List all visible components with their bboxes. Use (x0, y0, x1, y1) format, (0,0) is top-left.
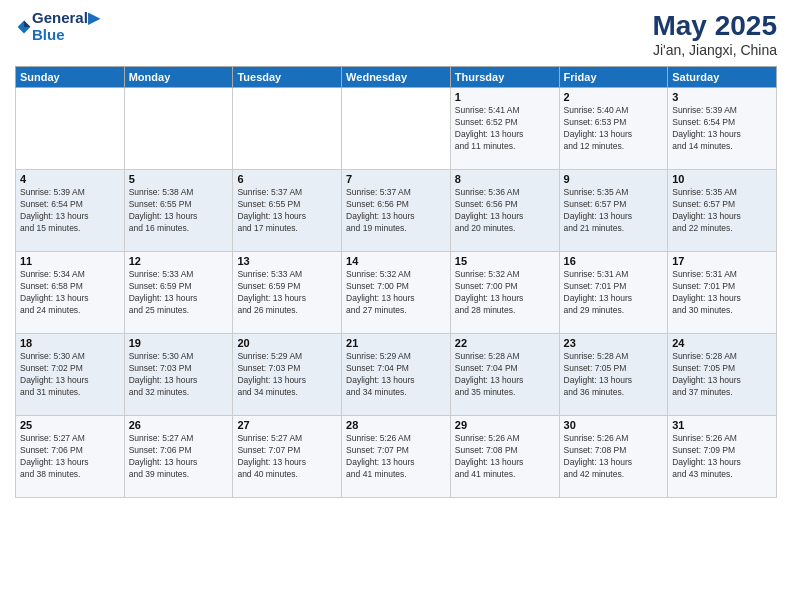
calendar-table: Sunday Monday Tuesday Wednesday Thursday… (15, 66, 777, 498)
calendar-cell: 8Sunrise: 5:36 AMSunset: 6:56 PMDaylight… (450, 170, 559, 252)
cell-content: Daylight: 13 hours (455, 457, 555, 469)
calendar-cell: 9Sunrise: 5:35 AMSunset: 6:57 PMDaylight… (559, 170, 668, 252)
calendar-cell: 23Sunrise: 5:28 AMSunset: 7:05 PMDayligh… (559, 334, 668, 416)
cell-content: Sunset: 7:07 PM (346, 445, 446, 457)
calendar-cell (124, 88, 233, 170)
svg-marker-1 (24, 20, 30, 26)
calendar-cell: 29Sunrise: 5:26 AMSunset: 7:08 PMDayligh… (450, 416, 559, 498)
cell-content: Sunrise: 5:38 AM (129, 187, 229, 199)
cell-content: and 30 minutes. (672, 305, 772, 317)
cell-content: and 28 minutes. (455, 305, 555, 317)
calendar-cell: 14Sunrise: 5:32 AMSunset: 7:00 PMDayligh… (342, 252, 451, 334)
cell-content: Sunset: 7:09 PM (672, 445, 772, 457)
day-number: 17 (672, 255, 772, 267)
cell-content: Daylight: 13 hours (672, 129, 772, 141)
cell-content: and 34 minutes. (346, 387, 446, 399)
cell-content: Sunrise: 5:29 AM (237, 351, 337, 363)
cell-content: Daylight: 13 hours (129, 457, 229, 469)
cell-content: Sunset: 6:57 PM (672, 199, 772, 211)
col-thursday: Thursday (450, 67, 559, 88)
cell-content: Sunset: 7:01 PM (672, 281, 772, 293)
calendar-cell: 24Sunrise: 5:28 AMSunset: 7:05 PMDayligh… (668, 334, 777, 416)
cell-content: and 35 minutes. (455, 387, 555, 399)
cell-content: and 37 minutes. (672, 387, 772, 399)
day-number: 9 (564, 173, 664, 185)
cell-content: Sunrise: 5:33 AM (237, 269, 337, 281)
calendar-cell (233, 88, 342, 170)
col-sunday: Sunday (16, 67, 125, 88)
day-number: 7 (346, 173, 446, 185)
calendar-cell (342, 88, 451, 170)
calendar-cell: 2Sunrise: 5:40 AMSunset: 6:53 PMDaylight… (559, 88, 668, 170)
calendar-cell: 21Sunrise: 5:29 AMSunset: 7:04 PMDayligh… (342, 334, 451, 416)
day-number: 30 (564, 419, 664, 431)
day-number: 15 (455, 255, 555, 267)
day-number: 11 (20, 255, 120, 267)
cell-content: Sunset: 7:07 PM (237, 445, 337, 457)
week-row-4: 25Sunrise: 5:27 AMSunset: 7:06 PMDayligh… (16, 416, 777, 498)
cell-content: and 29 minutes. (564, 305, 664, 317)
cell-content: Daylight: 13 hours (237, 211, 337, 223)
cell-content: Daylight: 13 hours (672, 211, 772, 223)
cell-content: Sunrise: 5:32 AM (346, 269, 446, 281)
day-number: 10 (672, 173, 772, 185)
calendar-cell: 6Sunrise: 5:37 AMSunset: 6:55 PMDaylight… (233, 170, 342, 252)
cell-content: Sunrise: 5:37 AM (346, 187, 446, 199)
calendar-cell: 26Sunrise: 5:27 AMSunset: 7:06 PMDayligh… (124, 416, 233, 498)
cell-content: Daylight: 13 hours (237, 457, 337, 469)
day-number: 3 (672, 91, 772, 103)
cell-content: Sunset: 7:05 PM (564, 363, 664, 375)
cell-content: Daylight: 13 hours (564, 457, 664, 469)
day-number: 12 (129, 255, 229, 267)
cell-content: Sunrise: 5:28 AM (455, 351, 555, 363)
calendar-cell: 7Sunrise: 5:37 AMSunset: 6:56 PMDaylight… (342, 170, 451, 252)
cell-content: Daylight: 13 hours (564, 375, 664, 387)
cell-content: Daylight: 13 hours (455, 293, 555, 305)
logo-text: General▶ Blue (32, 10, 100, 43)
cell-content: Daylight: 13 hours (346, 375, 446, 387)
cell-content: and 43 minutes. (672, 469, 772, 481)
cell-content: Daylight: 13 hours (237, 293, 337, 305)
day-number: 21 (346, 337, 446, 349)
cell-content: Daylight: 13 hours (346, 211, 446, 223)
col-saturday: Saturday (668, 67, 777, 88)
cell-content: Sunrise: 5:27 AM (129, 433, 229, 445)
day-number: 26 (129, 419, 229, 431)
calendar-cell: 11Sunrise: 5:34 AMSunset: 6:58 PMDayligh… (16, 252, 125, 334)
cell-content: and 40 minutes. (237, 469, 337, 481)
cell-content: and 14 minutes. (672, 141, 772, 153)
calendar-cell: 31Sunrise: 5:26 AMSunset: 7:09 PMDayligh… (668, 416, 777, 498)
cell-content: Daylight: 13 hours (346, 293, 446, 305)
cell-content: Sunset: 6:58 PM (20, 281, 120, 293)
day-number: 5 (129, 173, 229, 185)
day-number: 6 (237, 173, 337, 185)
day-number: 13 (237, 255, 337, 267)
cell-content: Daylight: 13 hours (346, 457, 446, 469)
col-friday: Friday (559, 67, 668, 88)
cell-content: Daylight: 13 hours (129, 375, 229, 387)
col-tuesday: Tuesday (233, 67, 342, 88)
cell-content: Daylight: 13 hours (455, 375, 555, 387)
cell-content: Daylight: 13 hours (20, 293, 120, 305)
week-row-2: 11Sunrise: 5:34 AMSunset: 6:58 PMDayligh… (16, 252, 777, 334)
cell-content: Sunset: 6:56 PM (455, 199, 555, 211)
cell-content: Daylight: 13 hours (564, 293, 664, 305)
cell-content: Sunrise: 5:33 AM (129, 269, 229, 281)
cell-content: and 27 minutes. (346, 305, 446, 317)
cell-content: Sunrise: 5:37 AM (237, 187, 337, 199)
cell-content: and 38 minutes. (20, 469, 120, 481)
day-number: 29 (455, 419, 555, 431)
calendar-cell: 22Sunrise: 5:28 AMSunset: 7:04 PMDayligh… (450, 334, 559, 416)
cell-content: Daylight: 13 hours (20, 375, 120, 387)
day-number: 23 (564, 337, 664, 349)
calendar-cell: 13Sunrise: 5:33 AMSunset: 6:59 PMDayligh… (233, 252, 342, 334)
cell-content: Daylight: 13 hours (672, 457, 772, 469)
cell-content: Daylight: 13 hours (237, 375, 337, 387)
cell-content: and 22 minutes. (672, 223, 772, 235)
day-number: 27 (237, 419, 337, 431)
cell-content: Sunset: 7:04 PM (455, 363, 555, 375)
day-number: 25 (20, 419, 120, 431)
cell-content: Sunrise: 5:29 AM (346, 351, 446, 363)
calendar-cell (16, 88, 125, 170)
page: General▶ Blue May 2025 Ji'an, Jiangxi, C… (0, 0, 792, 612)
